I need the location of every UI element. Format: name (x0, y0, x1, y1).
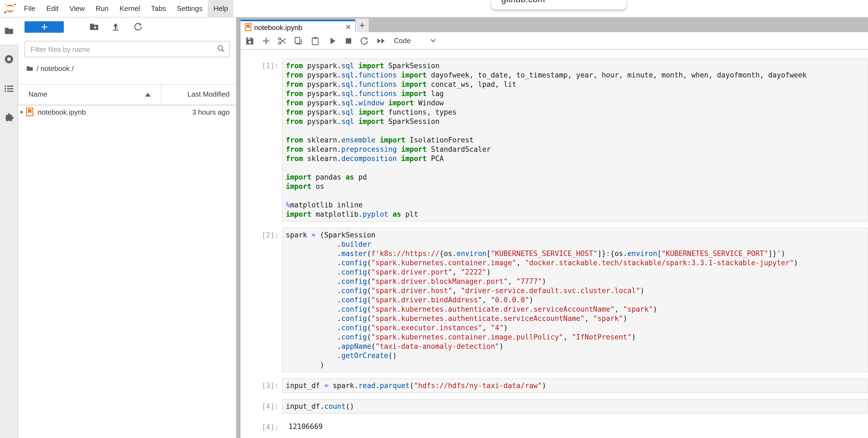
cell-input-prompt: [3]: (241, 378, 282, 393)
notebook-cells: [1]:from pyspark.sql import SparkSession… (241, 50, 868, 438)
column-header-last-modified[interactable]: Last Modified (187, 90, 229, 98)
main-area: notebook.ipynb ✕ + (241, 17, 868, 438)
menu-file[interactable]: File (19, 0, 41, 17)
sidebar-splitter[interactable] (236, 17, 241, 438)
file-browser-toolbar (18, 17, 236, 39)
breadcrumb[interactable]: / notebook / (26, 63, 74, 74)
cell-input-prompt: [2]: (241, 228, 282, 372)
filter-files-input[interactable] (29, 42, 212, 56)
notebook-tab-icon (245, 23, 251, 31)
plus-icon (41, 24, 48, 31)
menu-tabs[interactable]: Tabs (146, 0, 172, 17)
run-cell-button[interactable] (328, 36, 338, 45)
menu-edit[interactable]: Edit (41, 0, 64, 17)
menu-bar: File Edit View Run Kernel Tabs Settings … (0, 0, 868, 18)
table-of-contents-tab-icon[interactable] (4, 84, 13, 93)
search-icon (217, 45, 225, 52)
menu-kernel[interactable]: Kernel (114, 0, 145, 17)
popup-url-text: github.com (501, 0, 545, 4)
file-name: notebook.ipynb (38, 108, 86, 116)
column-divider (161, 85, 161, 105)
cell-code-editor[interactable]: spark = (SparkSession .builder .master(f… (282, 228, 868, 372)
cut-cells-button[interactable] (278, 36, 287, 45)
copy-cells-button[interactable] (294, 36, 303, 45)
refresh-file-list-button[interactable] (134, 22, 143, 31)
menu-items: File Edit View Run Kernel Tabs Settings … (19, 0, 234, 17)
code-cell-4[interactable]: [4]:input_df.count() (241, 399, 868, 414)
code-cell-3[interactable]: [3]:input_df = spark.read.parquet("hdfs:… (241, 378, 868, 393)
file-list-header: Name Last Modified (18, 85, 236, 105)
activity-bar-background (0, 45, 18, 438)
save-button[interactable] (245, 36, 255, 45)
cell-output-prompt: [4]: (241, 420, 282, 433)
home-folder-icon[interactable] (26, 65, 33, 71)
cell-output: [4]:12106669 (241, 420, 868, 433)
file-browser-panel: / notebook / Name Last Modified notebook… (18, 17, 236, 438)
column-header-name[interactable]: Name (28, 90, 47, 98)
file-row-notebook[interactable]: notebook.ipynb 3 hours ago (18, 105, 236, 119)
new-tab-button[interactable]: + (355, 19, 369, 32)
file-browser-tab-icon[interactable] (4, 26, 13, 35)
menu-view[interactable]: View (64, 0, 90, 17)
restart-run-all-button[interactable] (376, 36, 385, 45)
code-cell-2[interactable]: [2]:spark = (SparkSession .builder .mast… (241, 228, 868, 372)
file-last-modified: 3 hours ago (192, 108, 229, 116)
paste-cells-button[interactable] (311, 36, 320, 45)
cell-input-prompt: [4]: (241, 399, 282, 414)
activity-bar (0, 17, 18, 438)
notebook-file-icon (26, 108, 33, 116)
breadcrumb-path: / notebook / (36, 64, 74, 72)
cell-code-editor[interactable]: from pyspark.sql import SparkSessionfrom… (282, 58, 868, 222)
sort-ascending-icon (145, 93, 151, 97)
new-folder-button[interactable] (89, 22, 99, 31)
jupyter-logo-icon (4, 3, 17, 14)
cell-code-editor[interactable]: input_df.count() (282, 399, 868, 414)
add-cell-button[interactable] (262, 36, 271, 45)
interrupt-kernel-button[interactable] (344, 36, 353, 45)
upload-button[interactable] (111, 22, 121, 31)
cell-code-editor[interactable]: input_df = spark.read.parquet("hdfs://hd… (282, 378, 868, 393)
tab-label: notebook.ipynb (254, 24, 302, 32)
new-launcher-button[interactable] (25, 21, 64, 33)
menu-settings[interactable]: Settings (171, 0, 208, 17)
jupyterlab-window: File Edit View Run Kernel Tabs Settings … (0, 0, 868, 438)
cell-input-prompt: [1]: (241, 58, 282, 222)
extension-manager-tab-icon[interactable] (4, 113, 13, 122)
menu-help[interactable]: Help (208, 0, 234, 17)
dock-tab-bar: notebook.ipynb ✕ + (241, 17, 868, 32)
menu-run[interactable]: Run (90, 0, 114, 17)
cell-output-text: 12106669 (282, 420, 868, 433)
tab-close-icon[interactable]: ✕ (345, 23, 351, 31)
code-cell-1[interactable]: [1]:from pyspark.sql import SparkSession… (241, 58, 868, 222)
browser-suggestion-popup[interactable]: github.com (491, 0, 626, 9)
filter-files-box (25, 41, 229, 57)
chevron-down-icon[interactable] (430, 37, 436, 43)
restart-kernel-button[interactable] (360, 36, 369, 45)
cell-type-select[interactable]: Code (394, 36, 411, 45)
tab-notebook[interactable]: notebook.ipynb ✕ (241, 20, 355, 34)
running-kernels-tab-icon[interactable] (4, 55, 13, 64)
kernel-running-dot-icon (20, 111, 23, 114)
notebook-toolbar: Code (241, 32, 868, 50)
